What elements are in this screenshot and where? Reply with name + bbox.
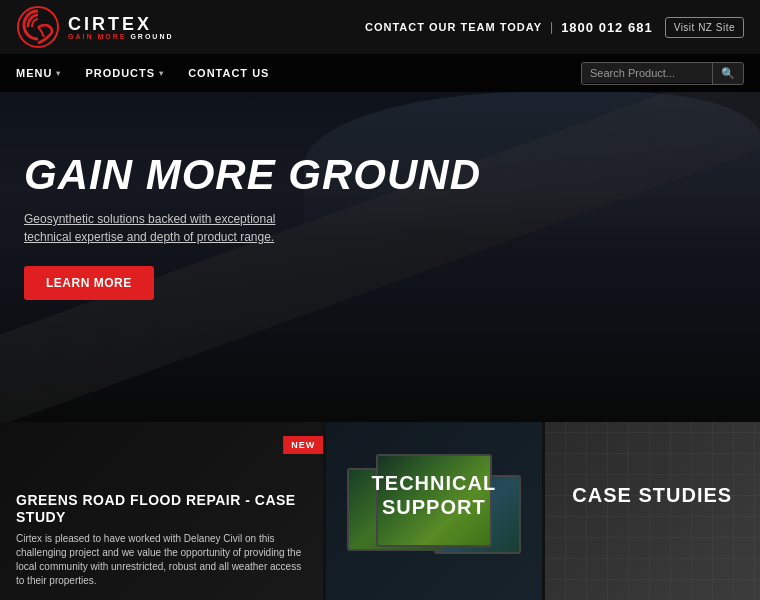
hero-subtitle-part1: Geosynthetic solutions [24,212,145,226]
nav-menu[interactable]: MENU ▾ [16,67,61,79]
learn-more-button[interactable]: Learn More [24,266,154,300]
visit-nz-button[interactable]: Visit NZ Site [665,17,744,38]
phone-number: 1800 012 681 [561,20,653,35]
hero-section: GAIN MORE GROUND Geosynthetic solutions … [0,92,760,422]
header-right: CONTACT OUR TEAM TODAY | 1800 012 681 Vi… [365,17,744,38]
nav-products[interactable]: PRODUCTS ▾ [85,67,164,79]
card-case-studies[interactable]: CASE STUDIES [545,422,760,600]
nav-contact[interactable]: CONTACT US [188,67,269,79]
card-description-1: Cirtex is pleased to have worked with De… [16,532,307,588]
search-input[interactable] [582,63,712,83]
cards-section: NEW GREENS ROAD FLOOD REPAIR - CASE STUD… [0,422,760,600]
top-bar: CIRTEX GAIN MORE GROUND CONTACT OUR TEAM… [0,0,760,54]
card-center-2: TECHNICAL SUPPORT [326,422,541,584]
menu-chevron-icon: ▾ [56,69,61,78]
search-button[interactable]: 🔍 [712,63,743,84]
card-center-3: CASE STUDIES [545,422,760,584]
logo-text-group: CIRTEX GAIN MORE GROUND [68,15,174,40]
products-chevron-icon: ▾ [159,69,164,78]
card-title-1: GREENS ROAD FLOOD REPAIR - CASE STUDY [16,492,307,526]
nav-bar: MENU ▾ PRODUCTS ▾ CONTACT US 🔍 [0,54,760,92]
card-technical-support[interactable]: TECHNICAL SUPPORT [326,422,541,600]
card-title-3: CASE STUDIES [572,483,732,507]
new-badge: NEW [283,436,323,454]
card-content-1: GREENS ROAD FLOOD REPAIR - CASE STUDY Ci… [0,422,323,600]
logo-tagline: GAIN MORE GROUND [68,33,174,40]
hero-title: GAIN MORE GROUND [24,152,736,198]
hero-subtitle: Geosynthetic solutions backed with excep… [24,210,304,246]
cirtex-logo-icon [16,5,60,49]
card-flood-repair[interactable]: NEW GREENS ROAD FLOOD REPAIR - CASE STUD… [0,422,323,600]
contact-info: CONTACT OUR TEAM TODAY | 1800 012 681 [365,20,653,35]
hero-content: GAIN MORE GROUND Geosynthetic solutions … [0,92,760,300]
header-divider: | [550,20,553,34]
logo-name: CIRTEX [68,15,174,33]
search-area: 🔍 [581,62,744,85]
card-title-2: TECHNICAL SUPPORT [326,471,541,519]
logo-area: CIRTEX GAIN MORE GROUND [16,5,174,49]
contact-label: CONTACT OUR TEAM TODAY [365,21,542,33]
